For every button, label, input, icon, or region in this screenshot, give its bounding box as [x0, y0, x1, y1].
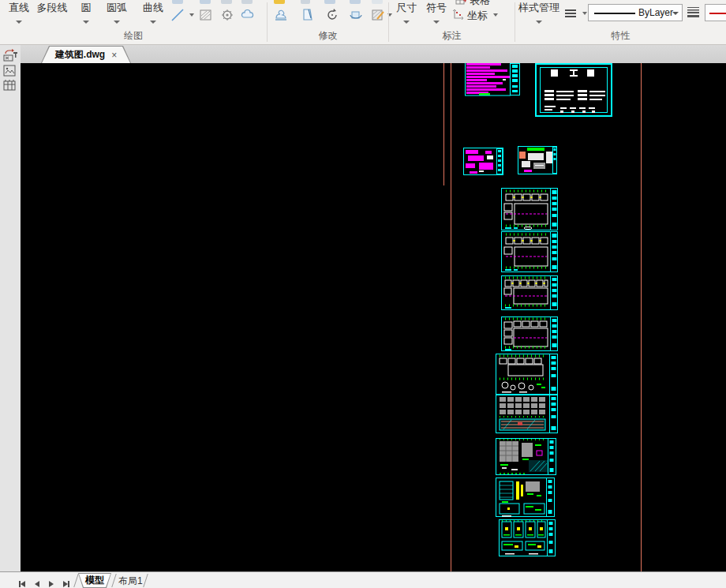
symbol-button[interactable]: 符号: [425, 2, 448, 26]
clipped-icon: [221, 0, 232, 4]
model-tab[interactable]: 模型: [78, 573, 111, 588]
construction-line-icon[interactable]: [170, 8, 185, 22]
clipped-icon: [350, 0, 361, 4]
table-button-label: 表格: [470, 0, 490, 6]
table-grid-icon[interactable]: [2, 79, 18, 92]
document-tab[interactable]: 建筑图.dwg ×: [41, 46, 131, 63]
tab-divider: [143, 574, 148, 587]
chevron-down-icon: [433, 21, 440, 24]
tab-divider: [73, 574, 79, 587]
ribbon-group-modify: 修改: [268, 0, 388, 44]
prev-tab-button[interactable]: [35, 576, 46, 585]
line-button[interactable]: 直线: [6, 2, 32, 26]
guide-line-left-short: [443, 63, 444, 185]
thumb-floor-plan-4[interactable]: [501, 316, 558, 354]
style-manager-button[interactable]: 样式管理: [518, 2, 560, 26]
dimension-button-label: 尺寸: [395, 2, 418, 14]
chevron-down-icon: [150, 21, 156, 24]
layout1-tab-label: 布局1: [118, 575, 143, 586]
spline-button-label: 曲线: [140, 2, 166, 14]
thumb-floor-plan-3[interactable]: [501, 275, 558, 313]
clipped-icon: [372, 0, 383, 4]
layout-tab-bar: 模型 布局1: [0, 571, 726, 588]
document-tab-bar: 建筑图.dwg ×: [21, 45, 726, 63]
drawing-canvas[interactable]: [21, 63, 726, 571]
dimension-button[interactable]: 尺寸: [395, 2, 418, 26]
ribbon-toolbar: 直线 多段线 圆 圆弧 曲线: [0, 0, 726, 45]
revision-cloud-icon[interactable]: [241, 8, 255, 22]
thumb-detail-plan-magenta[interactable]: [463, 148, 503, 178]
lineweight-icon[interactable]: [687, 6, 701, 21]
circle-button-label: 圆: [76, 2, 96, 14]
chevron-down-icon: [672, 12, 679, 15]
clipped-icon: [301, 0, 310, 4]
thumb-floor-plan-1[interactable]: [501, 188, 558, 234]
color-select[interactable]: [705, 4, 726, 21]
chamfer-icon[interactable]: [301, 8, 315, 22]
match-properties-icon[interactable]: [2, 49, 18, 62]
chevron-down-icon: [536, 21, 542, 24]
group-label-modify: 修改: [268, 29, 388, 43]
orbit-box-icon[interactable]: [349, 8, 363, 22]
chevron-down-icon: [16, 21, 22, 24]
chevron-down-icon[interactable]: [189, 13, 194, 17]
group-label-properties: 特性: [515, 29, 726, 43]
thumb-component-details-sheet[interactable]: [499, 519, 556, 560]
ribbon-group-annotate: 尺寸 符号 表格 坐标 标注: [389, 0, 515, 44]
color-preview-line: [709, 13, 726, 14]
clipped-icon: [324, 0, 335, 4]
ribbon-group-draw: 直线 多段线 圆 圆弧 曲线: [0, 0, 267, 44]
clipped-icon: [274, 0, 285, 4]
first-tab-button[interactable]: [19, 576, 30, 585]
arc-button-label: 圆弧: [104, 2, 129, 14]
clipped-icon: [172, 0, 183, 4]
thumb-building-elevation-sketch[interactable]: [465, 63, 520, 99]
chevron-down-icon: [403, 21, 410, 24]
arc-button[interactable]: 圆弧: [104, 2, 129, 26]
thumb-site-plan[interactable]: [496, 354, 558, 398]
coordinate-button-label: 坐标: [467, 9, 488, 23]
linetype-value: ByLayer: [638, 7, 673, 18]
gear-icon[interactable]: [220, 8, 234, 22]
thumb-detail-plan-color[interactable]: [518, 146, 557, 178]
hatch-icon[interactable]: [199, 8, 213, 22]
style-manager-label: 样式管理: [518, 2, 560, 14]
clipped-icon: [200, 0, 211, 4]
image-frame-icon[interactable]: [2, 64, 18, 77]
chevron-down-icon: [114, 21, 120, 24]
clipped-icon: [241, 0, 253, 4]
line-button-label: 直线: [6, 2, 32, 14]
cad-application-window: 直线 多段线 圆 圆弧 曲线: [0, 0, 726, 588]
stamp-tool-icon[interactable]: [274, 8, 288, 22]
thumb-section-detail-sheet[interactable]: [496, 478, 555, 520]
linetype-icon[interactable]: [564, 7, 578, 21]
group-label-draw: 绘图: [0, 29, 267, 43]
next-tab-button[interactable]: [49, 576, 60, 585]
thumb-elevation-detail-sheet[interactable]: [496, 438, 556, 478]
chevron-down-icon[interactable]: [582, 12, 587, 15]
coordinate-icon: [452, 9, 464, 21]
polyline-button[interactable]: 多段线: [35, 2, 69, 14]
thumb-general-notes-sheet[interactable]: [535, 63, 612, 120]
thumb-floor-plan-2[interactable]: [501, 231, 558, 275]
left-tool-strip: [0, 45, 21, 571]
guide-line-left: [451, 63, 451, 571]
layout1-tab[interactable]: 布局1: [118, 575, 143, 588]
document-tab-title: 建筑图.dwg: [55, 48, 105, 62]
guide-line-right: [641, 63, 642, 571]
chevron-down-icon: [493, 13, 498, 17]
table-icon: [455, 0, 466, 6]
spline-button[interactable]: 曲线: [140, 2, 166, 26]
tab-divider: [111, 574, 117, 587]
close-icon[interactable]: ×: [111, 50, 117, 61]
hatch-edit-icon[interactable]: [371, 8, 385, 22]
coordinate-button[interactable]: 坐标: [452, 8, 512, 24]
linetype-select[interactable]: ByLayer: [588, 4, 683, 21]
chevron-down-icon: [83, 21, 89, 24]
rotate-icon[interactable]: [325, 8, 339, 22]
circle-button[interactable]: 圆: [76, 2, 96, 26]
last-tab-button[interactable]: [63, 576, 74, 585]
thumb-elevation-sheet[interactable]: [496, 395, 558, 436]
table-button[interactable]: 表格: [455, 0, 511, 6]
symbol-button-label: 符号: [425, 2, 448, 14]
